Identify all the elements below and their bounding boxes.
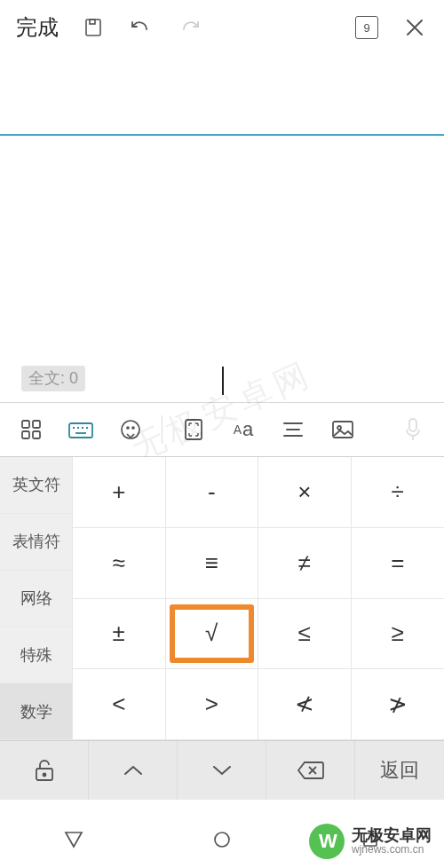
svg-rect-20 [409,419,416,431]
symbol-key[interactable]: ≡ [166,528,259,599]
save-icon[interactable] [71,17,115,38]
watermark-logo: W [309,824,345,859]
watermark-title: 无极安卓网 [352,827,432,844]
svg-rect-0 [86,20,100,36]
svg-point-13 [132,427,134,429]
category-network[interactable]: 网络 [0,571,73,627]
svg-point-23 [215,832,229,847]
lock-toggle-icon[interactable] [0,741,89,800]
site-watermark: W 无极安卓网 wjnews.com.cn [309,824,432,859]
svg-rect-14 [186,420,202,439]
page-indicator[interactable]: 9 [345,16,389,39]
collapse-down-icon[interactable] [178,741,266,800]
svg-rect-18 [333,422,353,438]
svg-rect-4 [22,431,29,438]
word-count-badge: 全文: 0 [21,366,85,391]
category-english[interactable]: 英文符 [0,457,73,514]
svg-rect-1 [90,20,95,24]
back-button[interactable]: 返回 [355,741,444,800]
svg-point-12 [127,427,129,429]
svg-point-19 [337,426,341,430]
text-cursor [222,367,224,395]
symbol-grid: + - × ÷ ≈ ≡ ≠ = ± √ ≤ ≥ < > ≮ ≯ [73,457,444,740]
editor-header-line [0,55,444,136]
symbol-key[interactable]: ≈ [73,528,166,599]
fullscreen-icon[interactable] [170,410,218,449]
backspace-icon[interactable] [266,741,355,800]
keyboard-icon[interactable] [57,410,105,449]
symbol-key[interactable]: ≮ [258,669,352,740]
collapse-up-icon[interactable] [89,741,178,800]
symbol-key[interactable]: - [166,457,259,528]
redo-icon [167,17,211,38]
symbol-key-highlighted[interactable]: √ [166,599,259,670]
mic-icon [389,410,437,449]
symbol-key[interactable]: ≠ [258,528,352,599]
nav-home-icon[interactable] [207,825,237,855]
symbol-key[interactable]: > [166,669,259,740]
svg-rect-5 [33,431,40,438]
symbol-key[interactable]: + [73,457,166,528]
symbol-key[interactable]: × [258,457,352,528]
svg-rect-6 [69,423,92,438]
done-button[interactable]: 完成 [7,13,67,42]
symbol-key[interactable]: ÷ [352,457,445,528]
grid-icon[interactable] [7,410,55,449]
svg-rect-2 [22,421,29,428]
close-icon[interactable] [392,18,437,37]
category-math[interactable]: 数学 [0,683,73,740]
symbol-key[interactable]: ≥ [352,599,445,670]
align-icon[interactable] [269,410,317,449]
image-icon[interactable] [319,410,367,449]
symbol-key[interactable]: < [73,669,166,740]
nav-back-icon[interactable] [59,825,89,855]
category-emoji[interactable]: 表情符 [0,514,73,571]
undo-icon[interactable] [119,17,163,38]
symbol-key[interactable]: ≤ [258,599,352,670]
svg-rect-3 [33,421,40,428]
category-list: 英文符 表情符 网络 特殊 数学 [0,457,73,740]
font-icon[interactable]: Aa [219,410,267,449]
emoji-icon[interactable] [107,410,155,449]
editor-area[interactable]: 无极安卓网 全文: 0 [0,136,444,402]
category-special[interactable]: 特殊 [0,627,73,683]
symbol-key[interactable]: ± [73,599,166,670]
symbol-key[interactable]: ≯ [352,669,445,740]
symbol-key[interactable]: = [352,528,445,599]
svg-point-22 [43,774,45,777]
watermark-subtitle: wjnews.com.cn [352,843,432,856]
